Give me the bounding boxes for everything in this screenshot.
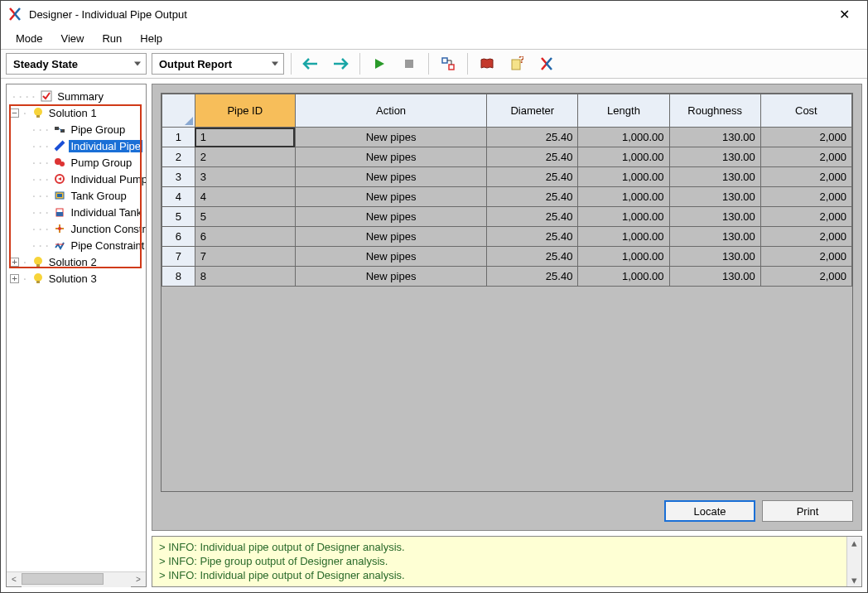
- table-row[interactable]: 77New pipes25.401,000.00130.002,000: [162, 247, 852, 267]
- back-button[interactable]: [298, 52, 323, 75]
- row-header[interactable]: 7: [162, 247, 195, 267]
- run-button[interactable]: [367, 52, 392, 75]
- mode-combo[interactable]: Steady State: [6, 53, 147, 75]
- row-header[interactable]: 3: [162, 167, 195, 187]
- designer-button[interactable]: [534, 52, 559, 75]
- cell-length[interactable]: 1,000.00: [578, 227, 669, 247]
- cell-cost[interactable]: 2,000: [760, 267, 851, 287]
- cell-pipe-id[interactable]: 1: [195, 128, 295, 147]
- scroll-thumb[interactable]: [22, 573, 104, 585]
- cell-diameter[interactable]: 25.40: [487, 147, 578, 167]
- row-header[interactable]: 6: [162, 227, 195, 247]
- expand-icon[interactable]: +: [10, 258, 19, 267]
- row-header[interactable]: 1: [162, 128, 195, 147]
- locate-button[interactable]: Locate: [664, 500, 755, 522]
- book-button[interactable]: [475, 52, 499, 75]
- row-header[interactable]: 4: [162, 187, 195, 207]
- cell-roughness[interactable]: 130.00: [669, 147, 760, 167]
- tree-item-junction-constraint[interactable]: ··· Junction Constraint: [7, 220, 146, 237]
- tree-item-individual-pump[interactable]: ··· Individual Pump: [7, 171, 146, 187]
- cell-roughness[interactable]: 130.00: [669, 227, 760, 247]
- tree-item-tank-group[interactable]: ··· Tank Group: [7, 187, 146, 204]
- cell-length[interactable]: 1,000.00: [578, 167, 669, 187]
- scroll-left-icon[interactable]: <: [7, 572, 22, 587]
- cell-cost[interactable]: 2,000: [760, 207, 851, 227]
- cell-diameter[interactable]: 25.40: [487, 207, 578, 227]
- scroll-track[interactable]: [22, 572, 131, 587]
- menu-run[interactable]: Run: [94, 30, 130, 47]
- col-action[interactable]: Action: [295, 94, 486, 128]
- cell-cost[interactable]: 2,000: [760, 227, 851, 247]
- cell-cost[interactable]: 2,000: [760, 187, 851, 207]
- cell-action[interactable]: New pipes: [295, 167, 486, 187]
- cell-action[interactable]: New pipes: [295, 147, 486, 167]
- tree-item-solution1[interactable]: − · Solution 1: [7, 104, 146, 121]
- print-button[interactable]: Print: [762, 500, 853, 522]
- cell-roughness[interactable]: 130.00: [669, 187, 760, 207]
- cell-pipe-id[interactable]: 2: [195, 147, 295, 167]
- cell-length[interactable]: 1,000.00: [578, 207, 669, 227]
- row-header[interactable]: 2: [162, 147, 195, 167]
- col-length[interactable]: Length: [578, 94, 669, 128]
- tree-item-solution2[interactable]: + · Solution 2: [7, 253, 146, 270]
- cell-pipe-id[interactable]: 6: [195, 227, 295, 247]
- menu-view[interactable]: View: [53, 30, 93, 47]
- tree-item-individual-tank[interactable]: ··· Individual Tank: [7, 204, 146, 220]
- row-header[interactable]: 5: [162, 207, 195, 227]
- tree-item-individual-pipe[interactable]: ··· Individual Pipe: [7, 137, 146, 154]
- cell-roughness[interactable]: 130.00: [669, 267, 760, 287]
- table-row[interactable]: 88New pipes25.401,000.00130.002,000: [162, 267, 852, 287]
- cell-cost[interactable]: 2,000: [760, 147, 851, 167]
- table-row[interactable]: 44New pipes25.401,000.00130.002,000: [162, 187, 852, 207]
- tree-item-pump-group[interactable]: ··· Pump Group: [7, 154, 146, 171]
- cell-length[interactable]: 1,000.00: [578, 147, 669, 167]
- cell-pipe-id[interactable]: 5: [195, 207, 295, 227]
- menu-mode[interactable]: Mode: [7, 30, 51, 47]
- cell-diameter[interactable]: 25.40: [487, 167, 578, 187]
- cell-roughness[interactable]: 130.00: [669, 247, 760, 267]
- cell-diameter[interactable]: 25.40: [487, 267, 578, 287]
- close-button[interactable]: ✕: [827, 2, 861, 27]
- col-cost[interactable]: Cost: [760, 94, 851, 128]
- cell-action[interactable]: New pipes: [295, 227, 486, 247]
- tree-item-summary[interactable]: ···· Summary: [7, 88, 146, 104]
- cell-diameter[interactable]: 25.40: [487, 247, 578, 267]
- cell-length[interactable]: 1,000.00: [578, 247, 669, 267]
- cell-pipe-id[interactable]: 7: [195, 247, 295, 267]
- table-row[interactable]: 11New pipes25.401,000.00130.002,000: [162, 128, 852, 147]
- table-row[interactable]: 22New pipes25.401,000.00130.002,000: [162, 147, 852, 167]
- cell-diameter[interactable]: 25.40: [487, 128, 578, 147]
- cell-cost[interactable]: 2,000: [760, 247, 851, 267]
- cell-length[interactable]: 1,000.00: [578, 267, 669, 287]
- cell-roughness[interactable]: 130.00: [669, 167, 760, 187]
- cell-roughness[interactable]: 130.00: [669, 207, 760, 227]
- cell-roughness[interactable]: 130.00: [669, 128, 760, 147]
- menu-help[interactable]: Help: [132, 30, 171, 47]
- tree-item-pipe-group[interactable]: ··· Pipe Group: [7, 121, 146, 137]
- scroll-right-icon[interactable]: >: [131, 572, 146, 587]
- select-all-corner[interactable]: [162, 94, 195, 128]
- scroll-up-icon[interactable]: ▴: [851, 537, 857, 549]
- table-row[interactable]: 33New pipes25.401,000.00130.002,000: [162, 167, 852, 187]
- cell-cost[interactable]: 2,000: [760, 167, 851, 187]
- row-header[interactable]: 8: [162, 267, 195, 287]
- cell-length[interactable]: 1,000.00: [578, 187, 669, 207]
- cell-action[interactable]: New pipes: [295, 247, 486, 267]
- layout-button[interactable]: [436, 52, 461, 75]
- collapse-icon[interactable]: −: [10, 108, 19, 118]
- col-roughness[interactable]: Roughness: [669, 94, 760, 128]
- cell-diameter[interactable]: 25.40: [487, 227, 578, 247]
- cell-pipe-id[interactable]: 3: [195, 167, 295, 187]
- table-row[interactable]: 55New pipes25.401,000.00130.002,000: [162, 207, 852, 227]
- help-button[interactable]: ?: [504, 52, 529, 75]
- cell-action[interactable]: New pipes: [295, 128, 486, 147]
- tree-item-pipe-constraint[interactable]: ··· Pipe Constraint: [7, 237, 146, 253]
- cell-action[interactable]: New pipes: [295, 207, 486, 227]
- tree-hscrollbar[interactable]: < >: [7, 571, 146, 586]
- tree-item-solution3[interactable]: + · Solution 3: [7, 270, 146, 287]
- col-pipe-id[interactable]: Pipe ID: [195, 94, 295, 128]
- scroll-down-icon[interactable]: ▾: [851, 574, 857, 586]
- cell-action[interactable]: New pipes: [295, 267, 486, 287]
- table-row[interactable]: 66New pipes25.401,000.00130.002,000: [162, 227, 852, 247]
- cell-pipe-id[interactable]: 8: [195, 267, 295, 287]
